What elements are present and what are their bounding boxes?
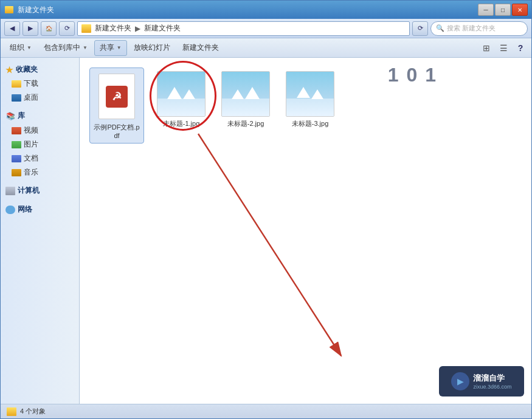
mountain-triangle-6: [311, 89, 323, 99]
version-overlay: 1 0 1: [388, 64, 437, 86]
organize-dropdown-arrow: ▼: [27, 45, 32, 50]
title-bar: 新建文件夹 ─ □ ✕: [1, 1, 531, 19]
file-item-jpg2[interactable]: 未标题-2.jpg: [218, 68, 273, 144]
toolbar-right: ⊞ ☰ ?: [479, 41, 528, 55]
address-bar: ◀ ▶ 🏠 ⟳ 新建文件夹 ▶ 新建文件夹 ⟳ 🔍 搜索 新建文件夹: [1, 19, 531, 38]
star-icon: ★: [5, 65, 13, 75]
image-label: 图片: [24, 139, 38, 150]
file-item-pdf[interactable]: ☭ 示例PDF文档.pdf: [89, 68, 144, 144]
view-button-1[interactable]: ⊞: [479, 41, 494, 55]
favorites-header[interactable]: ★ 收藏夹: [1, 63, 79, 77]
library-label: 库: [18, 111, 25, 121]
watermark-sub: zixue.3d66.com: [473, 384, 511, 390]
document-label: 文档: [24, 153, 38, 164]
forward-button[interactable]: ▶: [22, 21, 38, 36]
download-label: 下载: [24, 78, 38, 89]
status-bar: 4 个对象: [1, 404, 531, 418]
sidebar-item-music[interactable]: 音乐: [1, 165, 79, 179]
sidebar-item-video[interactable]: 视频: [1, 123, 79, 137]
slideshow-button[interactable]: 放映幻灯片: [128, 40, 176, 56]
up-button[interactable]: 🏠: [41, 21, 57, 36]
minimize-button[interactable]: ─: [478, 4, 494, 16]
watermark-main: 溜溜自学: [473, 373, 511, 384]
slideshow-label: 放映幻灯片: [134, 43, 170, 53]
sidebar-item-download[interactable]: 下载: [1, 77, 79, 91]
help-button[interactable]: ?: [513, 41, 528, 55]
mountain-triangle-1: [167, 87, 182, 99]
sidebar-item-image[interactable]: 图片: [1, 137, 79, 151]
maximize-button[interactable]: □: [495, 4, 511, 16]
jpg1-ground: [157, 99, 205, 116]
include-dropdown-arrow: ▼: [83, 45, 88, 50]
computer-icon: [5, 187, 15, 195]
new-folder-label: 新建文件夹: [182, 43, 219, 53]
sidebar-item-desktop[interactable]: 桌面: [1, 91, 79, 105]
pdf-badge: ☭: [106, 86, 128, 108]
share-dropdown-arrow: ▼: [117, 45, 122, 50]
sidebar-item-document[interactable]: 文档: [1, 151, 79, 165]
music-label: 音乐: [24, 167, 38, 178]
watermark-logo: ▶: [451, 372, 469, 390]
view-button-2[interactable]: ☰: [496, 41, 511, 55]
video-label: 视频: [24, 125, 38, 136]
refresh-button[interactable]: ⟳: [59, 21, 75, 36]
mountain-triangle-4: [245, 87, 260, 99]
include-library-button[interactable]: 包含到库中 ▼: [38, 40, 93, 56]
network-header[interactable]: 网络: [1, 202, 79, 217]
favorites-section: ★ 收藏夹 下载 桌面: [1, 63, 79, 105]
search-box[interactable]: 🔍 搜索 新建文件夹: [430, 21, 528, 36]
network-section: 网络: [1, 202, 79, 217]
video-icon: [12, 127, 21, 134]
computer-header[interactable]: 计算机: [1, 183, 79, 198]
favorites-label: 收藏夹: [16, 64, 38, 75]
window-controls: ─ □ ✕: [478, 4, 528, 16]
document-icon: [12, 155, 21, 162]
desktop-label: 桌面: [24, 92, 38, 103]
address-path[interactable]: 新建文件夹 ▶ 新建文件夹: [77, 21, 410, 36]
share-button[interactable]: 共享 ▼: [94, 40, 127, 56]
jpg3-mountain: [297, 87, 323, 99]
watermark: ▶ 溜溜自学 zixue.3d66.com: [439, 366, 524, 396]
pdf-filename: 示例PDF文档.pdf: [94, 123, 140, 139]
music-icon: [12, 169, 21, 176]
computer-label: 计算机: [18, 185, 40, 196]
organize-button[interactable]: 组织 ▼: [4, 40, 37, 56]
path-folder-icon: [81, 24, 91, 33]
status-folder-icon: [7, 407, 16, 416]
back-button[interactable]: ◀: [4, 21, 20, 36]
share-label: 共享: [100, 43, 114, 53]
jpg2-ground: [222, 99, 269, 116]
jpg1-mountain: [167, 87, 195, 99]
jpg1-filename: 未标题-1.jpg: [163, 119, 200, 128]
pdf-symbol: ☭: [112, 90, 122, 103]
network-icon: [5, 206, 15, 214]
jpg3-icon: [286, 71, 334, 117]
status-text: 4 个对象: [20, 407, 46, 416]
svg-line-1: [198, 134, 341, 356]
pdf-page: ☭: [98, 74, 135, 119]
library-icon: 📚: [5, 112, 15, 120]
explorer-window: 新建文件夹 ─ □ ✕ ◀ ▶ 🏠 ⟳ 新建文件夹 ▶ 新建文件夹 ⟳ 🔍 搜索…: [0, 0, 532, 419]
network-label: 网络: [18, 204, 32, 215]
sidebar: ★ 收藏夹 下载 桌面 📚 库 视频: [1, 58, 80, 404]
path-refresh-button[interactable]: ⟳: [412, 21, 428, 36]
library-header[interactable]: 📚 库: [1, 108, 79, 123]
mountain-triangle-5: [297, 87, 310, 98]
path-part1: 新建文件夹: [95, 23, 131, 33]
new-folder-button[interactable]: 新建文件夹: [177, 40, 224, 56]
include-library-label: 包含到库中: [44, 43, 80, 53]
close-button[interactable]: ✕: [512, 4, 528, 16]
window-title: 新建文件夹: [18, 5, 478, 15]
file-item-jpg1[interactable]: 未标题-1.jpg: [154, 68, 209, 144]
file-area: ☭ 示例PDF文档.pdf 未标题-1.jpg: [80, 58, 531, 404]
watermark-text: 溜溜自学 zixue.3d66.com: [473, 373, 511, 390]
organize-label: 组织: [10, 43, 24, 53]
file-item-jpg3[interactable]: 未标题-3.jpg: [283, 68, 337, 144]
mountain-triangle-3: [232, 89, 244, 99]
jpg2-icon: [221, 71, 270, 117]
main-area: ★ 收藏夹 下载 桌面 📚 库 视频: [1, 58, 531, 404]
jpg1-icon: [157, 71, 206, 117]
jpg2-mountain: [232, 87, 260, 99]
window-icon: [4, 5, 14, 15]
image-icon: [12, 141, 21, 148]
